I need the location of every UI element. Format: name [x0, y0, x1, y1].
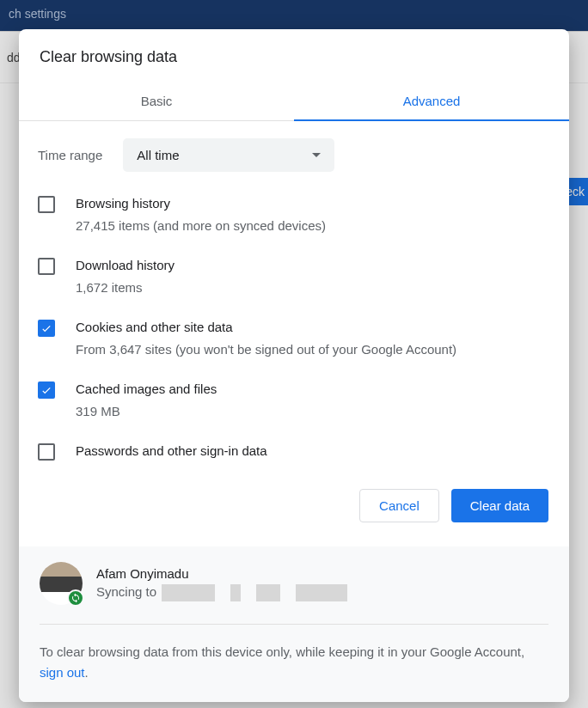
time-range-value: All time: [137, 148, 179, 162]
time-range-select[interactable]: All time: [123, 138, 334, 172]
sign-out-link[interactable]: sign out: [40, 665, 85, 680]
sync-badge-icon: [67, 589, 84, 607]
option-title: Download history: [76, 256, 175, 276]
check-icon: [40, 384, 52, 396]
chevron-down-icon: [312, 153, 321, 157]
time-range-label: Time range: [38, 148, 102, 162]
checkbox-cached-images[interactable]: [38, 381, 55, 399]
divider: [40, 624, 548, 625]
user-name: Afam Onyimadu: [96, 566, 347, 581]
checkbox-download-history[interactable]: [38, 258, 55, 275]
tab-bar: Basic Advanced: [19, 82, 569, 121]
option-passwords[interactable]: Passwords and other sign-in data 94 pass…: [38, 442, 550, 465]
option-download-history[interactable]: Download history 1,672 items: [38, 256, 550, 297]
footer-hint: To clear browsing data from this device …: [40, 642, 548, 683]
option-title: Cookies and other site data: [76, 318, 456, 338]
option-title: Passwords and other sign-in data: [76, 442, 521, 461]
cancel-button[interactable]: Cancel: [359, 489, 439, 522]
user-sync-status: Syncing to: [96, 584, 156, 599]
options-scroll-area[interactable]: Time range All time Browsing history 27,…: [19, 121, 569, 465]
option-title: Cached images and files: [76, 380, 217, 400]
checkbox-passwords[interactable]: [38, 443, 55, 461]
check-icon: [40, 322, 52, 334]
option-subtitle: 27,415 items (and more on synced devices…: [76, 217, 326, 236]
clear-browsing-data-dialog: Clear browsing data Basic Advanced Time …: [19, 29, 569, 702]
option-subtitle: From 3,647 sites (you won't be signed ou…: [76, 340, 456, 360]
tab-advanced[interactable]: Advanced: [294, 82, 569, 120]
option-cached-images[interactable]: Cached images and files 319 MB: [38, 380, 550, 421]
option-subtitle: 94 passwords (for oneforma.com, yourarti…: [76, 464, 521, 466]
dialog-footer: Afam Onyimadu Syncing to To clear browsi…: [19, 546, 569, 702]
checkbox-cookies[interactable]: [38, 320, 55, 337]
option-browsing-history[interactable]: Browsing history 27,415 items (and more …: [38, 194, 550, 235]
option-subtitle: 319 MB: [76, 402, 217, 422]
option-cookies[interactable]: Cookies and other site data From 3,647 s…: [38, 318, 550, 359]
clear-data-button[interactable]: Clear data: [451, 489, 548, 522]
redacted-email: [162, 584, 347, 601]
checkbox-browsing-history[interactable]: [38, 196, 55, 213]
dialog-title: Clear browsing data: [19, 29, 569, 82]
dialog-button-row: Cancel Clear data: [19, 465, 569, 546]
avatar: [40, 562, 83, 605]
modal-backdrop: Clear browsing data Basic Advanced Time …: [0, 0, 588, 708]
tab-basic[interactable]: Basic: [19, 82, 294, 120]
option-title: Browsing history: [76, 194, 326, 214]
option-subtitle: 1,672 items: [76, 278, 175, 298]
